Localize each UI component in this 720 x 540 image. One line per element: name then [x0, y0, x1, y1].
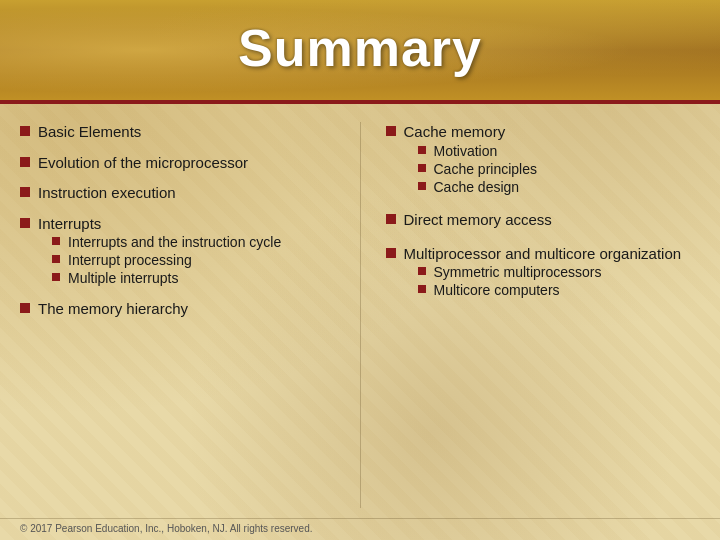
list-item: Multiple interrupts — [20, 269, 335, 287]
sub-item-text: Interrupt processing — [68, 251, 192, 269]
sub-bullet-icon — [52, 273, 60, 281]
sub-item-text: Multicore computers — [434, 281, 560, 299]
sub-item-text: Interrupts and the instruction cycle — [68, 233, 281, 251]
bullet-icon — [20, 126, 30, 136]
left-column: Basic Elements Evolution of the micropro… — [20, 122, 335, 508]
list-item: Multiprocessor and multicore organizatio… — [386, 244, 701, 264]
list-item: Cache principles — [386, 160, 701, 178]
item-text: Basic Elements — [38, 122, 141, 142]
item-text: The memory hierarchy — [38, 299, 188, 319]
list-item: Multicore computers — [386, 281, 701, 299]
slide-title: Summary — [30, 18, 690, 78]
sub-item-text: Cache design — [434, 178, 520, 196]
list-item: Cache memory — [386, 122, 701, 142]
slide-content: Basic Elements Evolution of the micropro… — [0, 104, 720, 518]
bullet-icon — [386, 214, 396, 224]
slide: Summary Basic Elements Evolution of the … — [0, 0, 720, 540]
multiprocessor-group: Multiprocessor and multicore organizatio… — [386, 244, 701, 300]
item-text: Interrupts — [38, 214, 101, 234]
sub-bullet-icon — [418, 164, 426, 172]
sub-bullet-icon — [418, 146, 426, 154]
list-item: Cache design — [386, 178, 701, 196]
bullet-icon — [386, 126, 396, 136]
sub-item-text: Multiple interrupts — [68, 269, 179, 287]
item-text: Instruction execution — [38, 183, 176, 203]
bullet-icon — [386, 248, 396, 258]
sub-bullet-icon — [418, 182, 426, 190]
sub-bullet-icon — [418, 267, 426, 275]
sub-item-text: Motivation — [434, 142, 498, 160]
slide-footer: © 2017 Pearson Education, Inc., Hoboken,… — [0, 518, 720, 540]
cache-group: Cache memory Motivation Cache principles… — [386, 122, 701, 196]
list-item: Evolution of the microprocessor — [20, 153, 335, 173]
footer-text: © 2017 Pearson Education, Inc., Hoboken,… — [20, 523, 313, 534]
item-text: Multiprocessor and multicore organizatio… — [404, 244, 682, 264]
item-text: Evolution of the microprocessor — [38, 153, 248, 173]
list-item: Interrupt processing — [20, 251, 335, 269]
sub-item-text: Symmetric multiprocessors — [434, 263, 602, 281]
list-item: Direct memory access — [386, 210, 701, 230]
list-item: The memory hierarchy — [20, 299, 335, 319]
item-text: Cache memory — [404, 122, 506, 142]
list-item: Basic Elements — [20, 122, 335, 142]
list-item: Symmetric multiprocessors — [386, 263, 701, 281]
list-item: Motivation — [386, 142, 701, 160]
bullet-icon — [20, 303, 30, 313]
bullet-icon — [20, 157, 30, 167]
item-text: Direct memory access — [404, 210, 552, 230]
sub-item-text: Cache principles — [434, 160, 538, 178]
slide-header: Summary — [0, 0, 720, 104]
sub-bullet-icon — [418, 285, 426, 293]
bullet-icon — [20, 218, 30, 228]
list-item: Interrupts and the instruction cycle — [20, 233, 335, 251]
bullet-icon — [20, 187, 30, 197]
list-item: Instruction execution — [20, 183, 335, 203]
sub-bullet-icon — [52, 237, 60, 245]
right-column: Cache memory Motivation Cache principles… — [386, 122, 701, 508]
sub-bullet-icon — [52, 255, 60, 263]
list-item: Interrupts — [20, 214, 335, 234]
interrupts-group: Interrupts Interrupts and the instructio… — [20, 214, 335, 288]
column-divider — [360, 122, 361, 508]
